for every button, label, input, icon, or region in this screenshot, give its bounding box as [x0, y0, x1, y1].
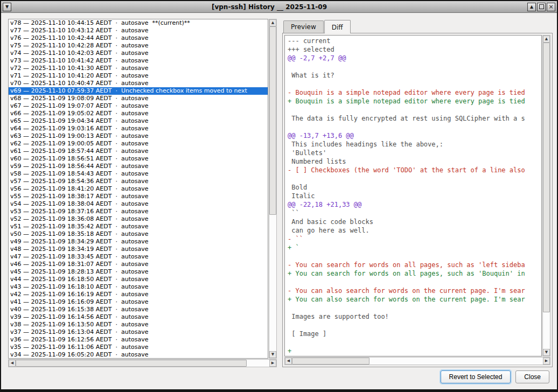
- minimize-button[interactable]: ▲: [527, 3, 536, 11]
- diff-line: [288, 80, 541, 88]
- scroll-right-icon[interactable]: ▶: [269, 360, 276, 367]
- history-version-row[interactable]: v35 — 2025-11-09 16:11:06 AEDT · autosav…: [9, 344, 268, 351]
- history-version-row[interactable]: v50 — 2025-11-09 18:35:18 AEDT · autosav…: [9, 230, 268, 238]
- history-version-row[interactable]: v71 — 2025-11-10 10:41:20 AEDT · autosav…: [9, 72, 268, 80]
- history-version-row[interactable]: v48 — 2025-11-09 18:34:19 AEDT · autosav…: [9, 246, 268, 253]
- history-version-row[interactable]: v68 — 2025-11-09 19:08:09 AEDT · autosav…: [9, 95, 268, 102]
- history-hscroll-thumb[interactable]: [16, 360, 247, 367]
- history-version-row[interactable]: v37 — 2025-11-09 16:13:04 AEDT · autosav…: [9, 328, 268, 336]
- diff-text-area[interactable]: --- current+++ selected@@ -2,7 +2,7 @@ W…: [284, 35, 542, 356]
- history-version-row[interactable]: v62 — 2025-11-09 19:00:05 AEDT · autosav…: [9, 140, 268, 148]
- history-version-row[interactable]: v44 — 2025-11-09 16:18:50 AEDT · autosav…: [9, 276, 268, 283]
- history-version-row[interactable]: v49 — 2025-11-09 18:34:29 AEDT · autosav…: [9, 238, 268, 246]
- history-version-row[interactable]: v67 — 2025-11-09 19:07:07 AEDT · autosav…: [9, 102, 268, 110]
- history-version-row[interactable]: v56 — 2025-11-09 18:41:20 AEDT · autosav…: [9, 185, 268, 193]
- history-version-row[interactable]: v43 — 2025-11-09 16:18:10 AEDT · autosav…: [9, 283, 268, 291]
- scroll-up-icon[interactable]: ▲: [543, 36, 550, 43]
- history-version-row[interactable]: v65 — 2025-11-09 19:04:34 AEDT · autosav…: [9, 117, 268, 125]
- history-version-row[interactable]: v42 — 2025-11-09 16:16:19 AEDT · autosav…: [9, 291, 268, 298]
- diff-line: [288, 338, 541, 347]
- diff-line: And basic code blocks: [288, 218, 541, 226]
- history-horizontal-scrollbar[interactable]: ◀ ▶: [8, 359, 277, 367]
- history-version-row[interactable]: v78 — 2025-11-10 10:44:15 AEDT · autosav…: [9, 19, 268, 27]
- history-version-row[interactable]: v55 — 2025-11-09 18:38:17 AEDT · autosav…: [9, 193, 268, 200]
- close-button[interactable]: Close: [515, 370, 549, 383]
- tab-diff[interactable]: Diff: [324, 20, 351, 33]
- diff-line: [288, 62, 541, 71]
- tab-bar: Preview Diff: [282, 19, 553, 33]
- history-version-row[interactable]: v63 — 2025-11-09 19:00:13 AEDT · autosav…: [9, 132, 268, 140]
- history-version-row[interactable]: v45 — 2025-11-09 18:28:13 AEDT · autosav…: [9, 268, 268, 276]
- history-vscroll-thumb[interactable]: [269, 26, 276, 215]
- scroll-left-icon[interactable]: ◀: [9, 360, 16, 367]
- diff-line: 'Bullets': [288, 149, 541, 157]
- history-version-row[interactable]: v51 — 2025-11-09 18:35:42 AEDT · autosav…: [9, 223, 268, 230]
- history-version-row[interactable]: v69 — 2025-11-10 07:59:37 AEDT · Uncheck…: [9, 87, 268, 95]
- diff-line: [288, 252, 541, 261]
- history-version-row[interactable]: v76 — 2025-11-10 10:42:44 AEDT · autosav…: [9, 34, 268, 42]
- history-version-row[interactable]: v75 — 2025-11-10 10:42:28 AEDT · autosav…: [9, 42, 268, 50]
- diff-line: + You can search for words on all pages,…: [288, 269, 541, 278]
- title-bar: ▼ [vpn-ssh] History __ 2025-11-09 ▲ ×: [1, 1, 557, 13]
- history-version-row[interactable]: v74 — 2025-11-10 10:42:03 AEDT · autosav…: [9, 50, 268, 57]
- history-version-row[interactable]: v57 — 2025-11-09 18:54:36 AEDT · autosav…: [9, 178, 268, 185]
- history-vscroll-track[interactable]: [269, 26, 276, 351]
- diff-hscroll-thumb[interactable]: [292, 358, 369, 365]
- version-history-list[interactable]: v78 — 2025-11-10 10:44:15 AEDT · autosav…: [8, 19, 268, 359]
- history-version-row[interactable]: v34 — 2025-11-09 16:05:20 AEDT · autosav…: [9, 351, 268, 359]
- history-version-row[interactable]: v46 — 2025-11-09 18:31:07 AEDT · autosav…: [9, 261, 268, 268]
- tab-preview[interactable]: Preview: [283, 20, 324, 33]
- history-version-row[interactable]: v36 — 2025-11-09 16:12:56 AEDT · autosav…: [9, 336, 268, 344]
- history-version-row[interactable]: v70 — 2025-11-10 10:40:47 AEDT · autosav…: [9, 80, 268, 87]
- history-version-row[interactable]: v58 — 2025-11-09 18:54:43 AEDT · autosav…: [9, 170, 268, 178]
- maximize-button[interactable]: [537, 3, 546, 11]
- close-window-button[interactable]: ×: [547, 3, 555, 11]
- history-version-row[interactable]: v38 — 2025-11-09 16:13:50 AEDT · autosav…: [9, 321, 268, 328]
- scroll-left-icon[interactable]: ◀: [285, 358, 292, 365]
- scroll-right-icon[interactable]: ▶: [543, 358, 550, 365]
- history-version-row[interactable]: v52 — 2025-11-09 18:36:08 AEDT · autosav…: [9, 215, 268, 223]
- diff-line: [288, 174, 541, 183]
- diff-line: [ Image ]: [288, 330, 541, 338]
- window-menu-icon: ▼: [5, 5, 9, 9]
- history-version-row[interactable]: v59 — 2025-11-09 18:56:44 AEDT · autosav…: [9, 163, 268, 170]
- history-version-row[interactable]: v40 — 2025-11-09 16:15:38 AEDT · autosav…: [9, 306, 268, 313]
- diff-line: + `: [288, 243, 541, 252]
- diff-vscroll-track[interactable]: [543, 43, 550, 349]
- scroll-down-icon[interactable]: ▼: [269, 351, 276, 358]
- history-version-row[interactable]: v47 — 2025-11-09 18:33:45 AEDT · autosav…: [9, 253, 268, 261]
- history-version-row[interactable]: v54 — 2025-11-09 18:38:04 AEDT · autosav…: [9, 200, 268, 208]
- scroll-up-icon[interactable]: ▲: [269, 19, 276, 26]
- diff-horizontal-scrollbar[interactable]: ◀ ▶: [284, 357, 550, 365]
- minimize-icon: ▲: [530, 5, 533, 9]
- scroll-down-icon[interactable]: ▼: [543, 349, 550, 356]
- history-hscroll-track[interactable]: [16, 360, 269, 367]
- diff-line: + You can also search for words on the c…: [288, 295, 541, 304]
- maximize-icon: [539, 4, 544, 9]
- diff-line: @@ -2,7 +2,7 @@: [288, 54, 541, 62]
- history-version-row[interactable]: v77 — 2025-11-10 10:43:12 AEDT · autosav…: [9, 27, 268, 34]
- history-version-row[interactable]: v53 — 2025-11-09 18:37:16 AEDT · autosav…: [9, 208, 268, 215]
- history-version-row[interactable]: v60 — 2025-11-09 18:56:51 AEDT · autosav…: [9, 155, 268, 163]
- history-version-row[interactable]: v66 — 2025-11-09 19:05:02 AEDT · autosav…: [9, 110, 268, 117]
- history-version-row[interactable]: v61 — 2025-11-09 18:57:44 AEDT · autosav…: [9, 148, 268, 155]
- diff-line: [288, 304, 541, 312]
- history-panel: v78 — 2025-11-10 10:44:15 AEDT · autosav…: [8, 19, 277, 367]
- diff-line: - Bouquin is a simple notepad editor whe…: [288, 88, 541, 97]
- history-version-row[interactable]: v72 — 2025-11-10 10:41:30 AEDT · autosav…: [9, 65, 268, 72]
- diff-line: The data is fully encrypted at rest usin…: [288, 114, 541, 123]
- diff-line: What is it?: [288, 71, 541, 80]
- history-version-row[interactable]: v73 — 2025-11-10 10:41:42 AEDT · autosav…: [9, 57, 268, 65]
- window-menu-button[interactable]: ▼: [3, 3, 11, 11]
- revert-to-selected-button[interactable]: Revert to Selected: [441, 370, 511, 383]
- history-vertical-scrollbar[interactable]: ▲ ▼: [269, 19, 277, 359]
- history-version-row[interactable]: v41 — 2025-11-09 16:16:09 AEDT · autosav…: [9, 298, 268, 306]
- diff-vertical-scrollbar[interactable]: ▲ ▼: [542, 35, 550, 356]
- diff-line: [288, 278, 541, 286]
- notebook-frame: --- current+++ selected@@ -2,7 +2,7 @@ W…: [282, 33, 553, 367]
- history-version-row[interactable]: v39 — 2025-11-09 16:14:56 AEDT · autosav…: [9, 313, 268, 321]
- diff-hscroll-track[interactable]: [292, 358, 543, 365]
- diff-vscroll-thumb[interactable]: [543, 43, 550, 312]
- history-window: ▼ [vpn-ssh] History __ 2025-11-09 ▲ × v7…: [0, 0, 558, 392]
- history-version-row[interactable]: v64 — 2025-11-09 19:03:16 AEDT · autosav…: [9, 125, 268, 132]
